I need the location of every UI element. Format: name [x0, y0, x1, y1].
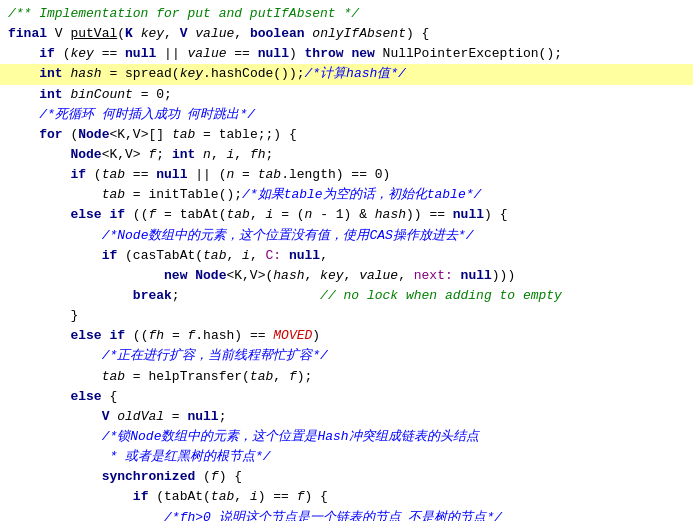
line-1-text: /** Implementation for put and putIfAbse…	[8, 4, 359, 24]
code-line-20: else {	[0, 387, 693, 407]
code-line-8: Node <K,V> f ; int n , i , fh ;	[0, 145, 693, 165]
code-line-18: /*正在进行扩容，当前线程帮忙扩容*/	[0, 346, 693, 366]
code-line-2: final V putVal ( K key , V value , boole…	[0, 24, 693, 44]
code-line-1: /** Implementation for put and putIfAbse…	[0, 4, 693, 24]
code-line-19: tab = helpTransfer( tab , f );	[0, 367, 693, 387]
code-line-7: for ( Node <K,V>[] tab = table;;) {	[0, 125, 693, 145]
code-line-15: break ; // no lock when adding to empty	[0, 286, 693, 306]
code-line-16: }	[0, 306, 693, 326]
code-line-26: /*fh>0 说明这个节点是一个链表的节点 不是树的节点*/	[0, 508, 693, 521]
code-line-11: else if (( f = tabAt( tab , i = ( n - 1)…	[0, 205, 693, 225]
code-line-12: /*Node数组中的元素，这个位置没有值，使用CAS操作放进去*/	[0, 226, 693, 246]
code-line-5: int binCount = 0;	[0, 85, 693, 105]
code-line-4: int hash = spread( key .hashCode()); /*计…	[0, 64, 693, 84]
code-container: /** Implementation for put and putIfAbse…	[0, 0, 693, 521]
code-line-23: * 或者是红黑树的根节点*/	[0, 447, 693, 467]
code-line-3: if ( key == null || value == null ) thro…	[0, 44, 693, 64]
code-line-14: new Node <K,V>( hash , key , value , nex…	[0, 266, 693, 286]
code-line-25: if (tabAt( tab , i ) == f ) {	[0, 487, 693, 507]
code-line-13: if (casTabAt( tab , i , C: null ,	[0, 246, 693, 266]
code-line-24: synchronized ( f ) {	[0, 467, 693, 487]
code-line-21: V oldVal = null ;	[0, 407, 693, 427]
code-line-6: /*死循环 何时插入成功 何时跳出*/	[0, 105, 693, 125]
code-line-10: tab = initTable(); /*如果table为空的话，初始化tabl…	[0, 185, 693, 205]
code-line-17: else if (( fh = f .hash) == MOVED )	[0, 326, 693, 346]
code-line-9: if ( tab == null || ( n = tab .length) =…	[0, 165, 693, 185]
code-line-22: /*锁Node数组中的元素，这个位置是Hash冲突组成链表的头结点	[0, 427, 693, 447]
